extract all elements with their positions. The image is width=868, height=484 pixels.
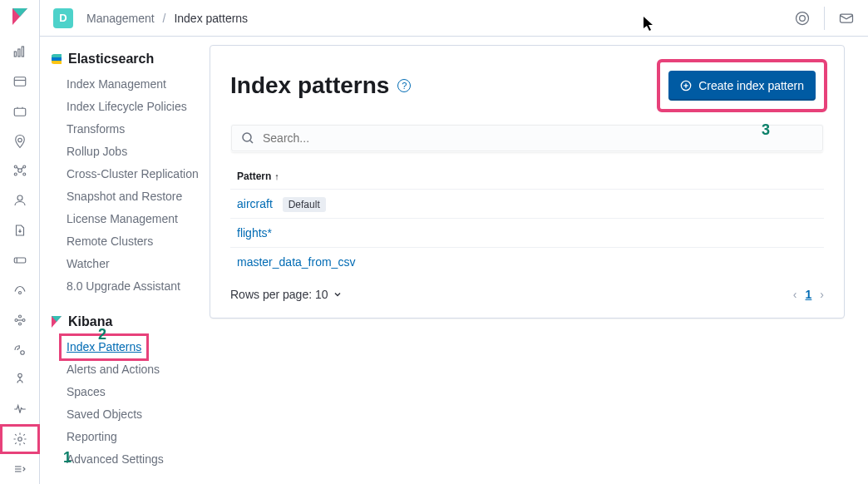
rows-per-page-selector[interactable]: Rows per page: 10 xyxy=(230,288,342,301)
svg-point-17 xyxy=(18,291,21,294)
svg-point-21 xyxy=(18,323,21,325)
create-button-label: Create index pattern xyxy=(698,79,804,92)
index-patterns-card: Index patterns ? Create index pattern Pa… xyxy=(210,45,845,319)
svg-point-14 xyxy=(17,195,22,200)
breadcrumb: Management / Index patterns xyxy=(86,12,248,25)
apm-icon[interactable] xyxy=(0,245,40,275)
page-next-icon[interactable]: › xyxy=(820,288,824,301)
maps-icon[interactable] xyxy=(0,126,40,156)
sidebar-item-saved-objects[interactable]: Saved Objects xyxy=(67,403,210,426)
svg-point-10 xyxy=(14,173,17,175)
pager: ‹ 1 › xyxy=(793,288,824,301)
sidebar-item-reporting[interactable]: Reporting xyxy=(67,426,210,448)
svg-point-20 xyxy=(18,315,21,318)
dev-tools-icon[interactable] xyxy=(0,335,40,365)
svg-point-24 xyxy=(17,374,22,378)
ml-icon[interactable] xyxy=(0,156,40,185)
collapse-icon[interactable] xyxy=(0,454,40,484)
breadcrumb-separator: / xyxy=(163,12,166,25)
elasticsearch-icon xyxy=(50,52,63,66)
svg-point-19 xyxy=(22,319,25,321)
svg-line-36 xyxy=(250,141,253,143)
svg-point-11 xyxy=(22,173,25,175)
page-number[interactable]: 1 xyxy=(806,288,812,301)
pattern-link[interactable]: aircraft xyxy=(237,197,273,210)
svg-point-6 xyxy=(17,138,22,142)
svg-point-9 xyxy=(22,165,25,168)
sidebar-section-kibana: Kibana Index Patterns Alerts and Actions… xyxy=(50,314,210,471)
svg-point-30 xyxy=(800,15,806,21)
table-row: flights* xyxy=(230,219,824,248)
heartbeat-icon[interactable] xyxy=(0,394,40,424)
uptime-icon[interactable] xyxy=(0,275,40,305)
table-row: aircraft Default xyxy=(230,190,824,219)
default-badge: Default xyxy=(283,197,326,212)
svg-point-35 xyxy=(243,133,251,141)
infrastructure-icon[interactable] xyxy=(0,185,40,215)
svg-point-8 xyxy=(14,165,17,168)
kibana-logo-icon[interactable] xyxy=(10,7,30,27)
search-box[interactable] xyxy=(230,124,824,152)
svg-point-29 xyxy=(796,12,809,24)
visualize-icon[interactable] xyxy=(0,67,40,96)
create-highlight: Create index pattern xyxy=(660,62,824,109)
svg-rect-5 xyxy=(14,108,26,116)
sidebar-item-alerts[interactable]: Alerts and Actions xyxy=(67,358,210,381)
svg-point-18 xyxy=(15,319,17,321)
logs-icon[interactable] xyxy=(0,215,40,245)
top-header: D Management / Index patterns xyxy=(40,0,868,37)
sidebar-item-ilm[interactable]: Index Lifecycle Policies xyxy=(67,96,210,118)
patterns-table: Pattern↑ aircraft Default flights* maste… xyxy=(230,164,824,276)
stack-monitoring-icon[interactable] xyxy=(0,364,40,394)
left-nav-rail xyxy=(0,0,40,484)
sidebar-item-remote-clusters[interactable]: Remote Clusters xyxy=(67,230,210,253)
mail-icon[interactable] xyxy=(838,10,855,27)
sort-asc-icon: ↑ xyxy=(274,171,279,181)
svg-rect-2 xyxy=(22,47,23,57)
page-title: Index patterns xyxy=(230,72,389,99)
kibana-icon xyxy=(50,315,63,328)
sidebar-section-elasticsearch: Elasticsearch Index Management Index Lif… xyxy=(50,52,210,298)
sidebar-item-license[interactable]: License Management xyxy=(67,208,210,230)
create-index-pattern-button[interactable]: Create index pattern xyxy=(668,71,816,101)
column-header-pattern[interactable]: Pattern↑ xyxy=(230,164,824,190)
plus-circle-icon xyxy=(680,80,692,91)
breadcrumb-current: Index patterns xyxy=(174,12,248,25)
sidebar-item-ccr[interactable]: Cross-Cluster Replication xyxy=(67,163,210,185)
svg-point-23 xyxy=(20,350,24,354)
siem-icon[interactable] xyxy=(0,305,40,335)
sidebar-item-transforms[interactable]: Transforms xyxy=(67,118,210,141)
sidebar-item-advanced-settings[interactable]: Advanced Settings xyxy=(67,448,210,471)
newsfeed-icon[interactable] xyxy=(794,10,811,27)
pattern-link[interactable]: master_data_from_csv xyxy=(237,255,355,269)
sidebar-item-upgrade[interactable]: 8.0 Upgrade Assistant xyxy=(67,275,210,298)
annotation-3: 3 xyxy=(762,121,770,139)
sidebar-item-snapshot[interactable]: Snapshot and Restore xyxy=(67,185,210,208)
table-row: master_data_from_csv xyxy=(230,248,824,277)
annotation-2: 2 xyxy=(98,326,106,343)
sidebar-item-index-management[interactable]: Index Management xyxy=(67,73,210,96)
divider xyxy=(824,7,825,30)
management-sidebar: Elasticsearch Index Management Index Lif… xyxy=(40,37,210,484)
sidebar-item-spaces[interactable]: Spaces xyxy=(67,381,210,403)
breadcrumb-parent[interactable]: Management xyxy=(86,12,155,25)
discover-icon[interactable] xyxy=(0,37,40,67)
svg-rect-15 xyxy=(14,258,26,263)
sidebar-item-watcher[interactable]: Watcher xyxy=(67,253,210,275)
pattern-link[interactable]: flights* xyxy=(237,226,272,240)
svg-rect-1 xyxy=(17,49,19,57)
search-icon xyxy=(241,131,254,145)
chevron-down-icon xyxy=(333,290,342,299)
svg-rect-3 xyxy=(14,77,26,86)
sidebar-item-rollup[interactable]: Rollup Jobs xyxy=(67,141,210,163)
sidebar-section-title: Elasticsearch xyxy=(68,52,154,67)
dashboard-icon[interactable] xyxy=(0,96,40,126)
page-prev-icon[interactable]: ‹ xyxy=(793,288,797,301)
svg-rect-0 xyxy=(14,52,16,57)
svg-point-25 xyxy=(17,437,22,442)
help-icon[interactable]: ? xyxy=(397,79,411,92)
svg-line-13 xyxy=(21,168,22,170)
space-selector[interactable]: D xyxy=(53,8,73,28)
management-icon[interactable] xyxy=(0,424,40,454)
search-input[interactable] xyxy=(263,131,813,145)
